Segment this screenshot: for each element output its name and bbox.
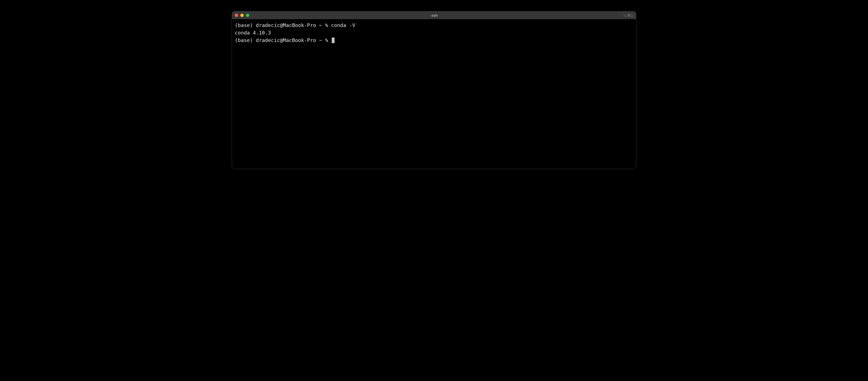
prompt-text: (base) dradecic@MacBook-Pro ~ % bbox=[235, 22, 331, 29]
terminal-window: -zsh ⌥⌘1 (base) dradecic@MacBook-Pro ~ %… bbox=[232, 11, 636, 169]
window-shortcut-label: ⌥⌘1 bbox=[623, 13, 633, 18]
cursor-icon bbox=[332, 37, 335, 43]
maximize-icon[interactable] bbox=[246, 13, 249, 17]
terminal-line: conda 4.10.3 bbox=[235, 29, 633, 36]
title-bar[interactable]: -zsh ⌥⌘1 bbox=[232, 11, 636, 19]
terminal-line: (base) dradecic@MacBook-Pro ~ % bbox=[235, 36, 633, 44]
prompt-text: (base) dradecic@MacBook-Pro ~ % bbox=[235, 36, 331, 44]
terminal-body[interactable]: (base) dradecic@MacBook-Pro ~ % conda -V… bbox=[232, 19, 636, 169]
close-icon[interactable] bbox=[235, 13, 238, 17]
traffic-lights bbox=[235, 13, 249, 17]
command-text: conda -V bbox=[331, 22, 355, 29]
window-title: -zsh bbox=[430, 13, 438, 18]
terminal-line: (base) dradecic@MacBook-Pro ~ % conda -V bbox=[235, 22, 633, 29]
minimize-icon[interactable] bbox=[240, 13, 244, 17]
output-text: conda 4.10.3 bbox=[235, 29, 271, 36]
